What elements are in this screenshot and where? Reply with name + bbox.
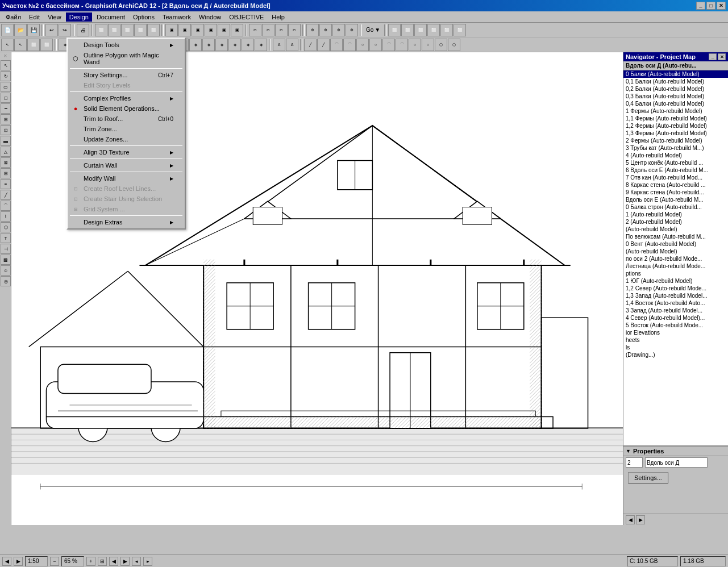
- nav-list-item-13[interactable]: 6 Вдоль оси Е (Auto-rebuild M...: [623, 166, 728, 174]
- tool-window[interactable]: ⊞: [1, 114, 11, 124]
- tb-r2-25[interactable]: ⌒: [330, 39, 343, 51]
- nav-list-item-27[interactable]: ptions: [623, 270, 728, 277]
- nav-list-item-1[interactable]: 0,1 Балки (Auto-rebuild Model): [623, 78, 728, 85]
- tb21[interactable]: ⬜: [401, 24, 414, 36]
- tb-r2-20[interactable]: ◈: [255, 39, 267, 51]
- tb22[interactable]: ⬜: [414, 24, 427, 36]
- nav-list-item-4[interactable]: 0,4 Балки (Auto-rebuild Model): [623, 100, 728, 107]
- nav-list-item-9[interactable]: 2 Фермы (Auto-rebuild Model): [623, 137, 728, 144]
- zoom-next[interactable]: ▶: [120, 557, 130, 566]
- nav-list-item-29[interactable]: 1,2 Север (Auto-rebuild Mode...: [623, 285, 728, 292]
- tb-r2-34[interactable]: ⬡: [448, 39, 460, 51]
- menu-item-align-3d[interactable]: Align 3D Texture ▶: [68, 147, 185, 157]
- undo-btn[interactable]: ↩: [45, 24, 58, 36]
- tb-r2-24[interactable]: ╱: [317, 39, 330, 51]
- menu-item-trim-roof[interactable]: Trim to Roof... Ctrl+0: [68, 114, 185, 124]
- nav-list-item-31[interactable]: 1,4 Восток (Auto-rebuild Auto...: [623, 299, 728, 307]
- nav-list-item-25[interactable]: по оси 2 (Auto-rebuild Mode...: [623, 255, 728, 262]
- nav-list-item-6[interactable]: 1,1 Фермы (Auto-rebuild Model): [623, 115, 728, 122]
- menu-item-story-settings[interactable]: Story Settings... Ctrl+7: [68, 70, 185, 80]
- menu-item-grid-system[interactable]: ⊟ Grid System ...: [68, 204, 185, 214]
- nav-list-item-7[interactable]: 1,2 Фермы (Auto-rebuild Model): [623, 122, 728, 130]
- tb-r2-16[interactable]: ◈: [202, 39, 215, 51]
- tb-r2-30[interactable]: ⌒: [396, 39, 408, 51]
- menu-document[interactable]: Document: [93, 12, 128, 22]
- tb-r2-27[interactable]: ○: [356, 39, 369, 51]
- nav-list-item-33[interactable]: 4 Север (Auto-rebuild Model)...: [623, 314, 728, 322]
- nav-list-item-30[interactable]: 1,3 Запад (Auto-rebuild Model...: [623, 292, 728, 299]
- nav-scroll-right[interactable]: ▶: [636, 515, 645, 524]
- tool-line[interactable]: ╱: [1, 190, 11, 200]
- menu-item-curtain-wall[interactable]: Curtain Wall ▶: [68, 160, 185, 170]
- nav-list-item-38[interactable]: (Drawing...): [623, 351, 728, 358]
- tb-r2-1[interactable]: ↖: [1, 39, 14, 51]
- print-btn[interactable]: 🖨: [77, 24, 89, 36]
- menu-objective[interactable]: OBJECTIVE: [226, 12, 267, 22]
- status-nav-right[interactable]: ▶: [14, 557, 23, 566]
- tb7[interactable]: ▣: [178, 24, 191, 36]
- tb4[interactable]: ⬜: [134, 24, 147, 36]
- tb-r2-29[interactable]: ⌒: [382, 39, 395, 51]
- tb8[interactable]: ▣: [192, 24, 204, 36]
- tool-arrow[interactable]: ↖: [1, 60, 11, 70]
- tb-r2-28[interactable]: ○: [369, 39, 382, 51]
- nav-list-item-0[interactable]: 0 Балки (Auto-rebuild Model): [623, 70, 728, 78]
- nav-close[interactable]: ✕: [718, 53, 726, 60]
- menu-help[interactable]: Help: [268, 12, 288, 22]
- nav-list-item-11[interactable]: 4 (Auto-rebuild Model): [623, 152, 728, 159]
- tb-r2-33[interactable]: ⬡: [435, 39, 447, 51]
- tb-r2-23[interactable]: ╱: [304, 39, 317, 51]
- tb17[interactable]: ⊕: [319, 24, 332, 36]
- restore-button[interactable]: □: [706, 2, 715, 10]
- tool-poly[interactable]: ⬡: [1, 222, 11, 232]
- tb-r2-2[interactable]: ↖: [14, 39, 27, 51]
- tb3[interactable]: ⬜: [121, 24, 134, 36]
- nav-list-item-34[interactable]: 5 Восток (Auto-rebuild Mode...: [623, 322, 728, 329]
- tb20[interactable]: ⬜: [388, 24, 401, 36]
- tb-r2-32[interactable]: ○: [422, 39, 434, 51]
- tb-r2-21[interactable]: A: [273, 39, 285, 51]
- menu-item-update-zones[interactable]: Update Zones...: [68, 134, 185, 144]
- tool-column[interactable]: ◻: [1, 93, 11, 103]
- nav-list-item-14[interactable]: 7 Отв кан (Auto-rebuild Mod...: [623, 174, 728, 181]
- tb-r2-18[interactable]: ◈: [228, 39, 241, 51]
- menu-item-create-roof-lines[interactable]: ⊡ Create Roof Level Lines...: [68, 184, 185, 194]
- save-btn[interactable]: 💾: [27, 24, 40, 36]
- tb1[interactable]: ⬜: [95, 24, 107, 36]
- nav-minimize[interactable]: _: [709, 53, 717, 60]
- menu-options[interactable]: Options: [130, 12, 158, 22]
- menu-design[interactable]: Design: [66, 12, 92, 22]
- tb-r2-31[interactable]: ○: [409, 39, 421, 51]
- nav-list-item-15[interactable]: 8 Каркас стена (Auto-rebuild ...: [623, 181, 728, 189]
- tb24[interactable]: ⬜: [440, 24, 453, 36]
- nav-list-item-10[interactable]: 3 Трубы кат (Auto-rebuild M...): [623, 144, 728, 152]
- new-btn[interactable]: 📄: [1, 24, 14, 36]
- tool-dim[interactable]: ⊣: [1, 244, 11, 254]
- tb23[interactable]: ⬜: [427, 24, 440, 36]
- nav-list-item-12[interactable]: 5 Центр конёк (Auto-rebuild ...: [623, 159, 728, 166]
- menu-edit[interactable]: Edit: [26, 12, 43, 22]
- nav-scroll-left[interactable]: ◀: [626, 515, 635, 524]
- tool-spline[interactable]: ⌇: [1, 211, 11, 222]
- menu-item-complex-profiles[interactable]: Complex Profiles ▶: [68, 93, 185, 103]
- zoom-out[interactable]: −: [50, 557, 59, 566]
- zoom-in[interactable]: +: [86, 557, 95, 566]
- nav-list-item-32[interactable]: 3 Запад (Auto-rebuild Model...: [623, 307, 728, 314]
- tool-slab[interactable]: ▬: [1, 136, 11, 146]
- tool-fill[interactable]: ▩: [1, 255, 11, 265]
- tb-r2-22[interactable]: A: [286, 39, 298, 51]
- nav-list-item-2[interactable]: 0,2 Балки (Auto-rebuild Model): [623, 85, 728, 93]
- tb19[interactable]: ⊕: [346, 24, 358, 36]
- pan-right[interactable]: ▸: [143, 557, 152, 566]
- menu-item-edit-story[interactable]: Edit Story Levels: [68, 80, 185, 90]
- nav-list[interactable]: 0 Балки (Auto-rebuild Model)0,1 Балки (A…: [623, 70, 728, 445]
- tb18[interactable]: ⊕: [332, 24, 345, 36]
- tb-r2-3[interactable]: ⬜: [27, 39, 40, 51]
- menu-item-trim-zone[interactable]: Trim Zone...: [68, 124, 185, 134]
- menu-item-solid-element[interactable]: ● Solid Element Operations...: [68, 103, 185, 114]
- tb10[interactable]: ▣: [218, 24, 230, 36]
- prop-input-1[interactable]: [626, 457, 643, 468]
- nav-list-item-23[interactable]: 0 Вент (Auto-rebuild Model): [623, 240, 728, 248]
- nav-list-item-37[interactable]: ls: [623, 344, 728, 351]
- minimize-button[interactable]: _: [696, 2, 705, 10]
